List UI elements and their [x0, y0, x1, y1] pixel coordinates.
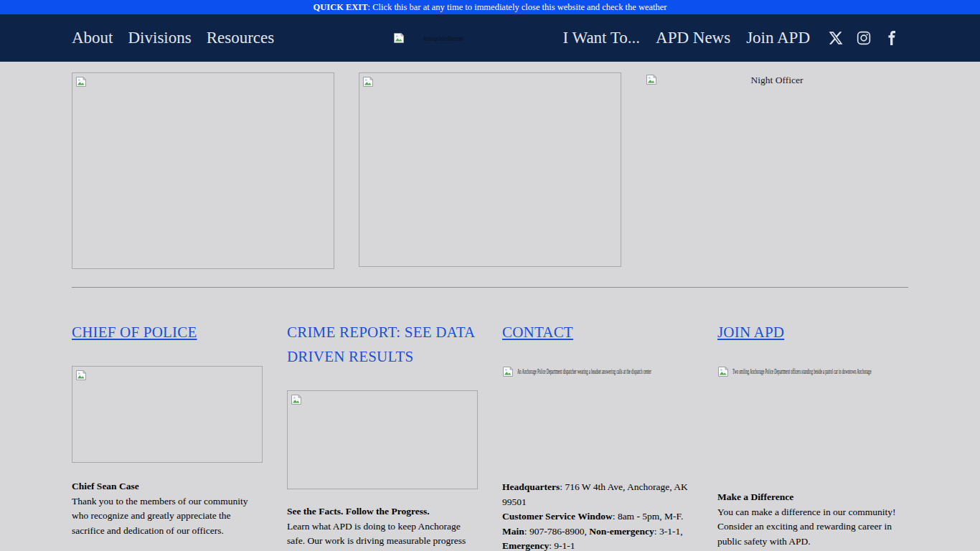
- join-apd-image: Two smiling Anchorage Police Department …: [717, 366, 908, 474]
- contact-headquarters-line: Headquarters: 716 W 4th Ave, Anchorage, …: [502, 480, 693, 509]
- nav-right-links: I Want To... APD News Join APD: [563, 14, 899, 62]
- crime-report-heading: CRIME REPORT: SEE DATA DRIVEN RESULTS: [287, 320, 478, 369]
- contact-image-alt-text: An Anchorage Police Department dispatche…: [517, 367, 651, 375]
- join-apd-lead: Make a Difference: [717, 491, 793, 502]
- section-divider: [72, 287, 908, 288]
- column-contact: CONTACT An Anchorage Police Department d…: [502, 320, 693, 551]
- contact-service-window-line: Customer Service Window: 8am - 5pm, M-F.: [502, 509, 693, 524]
- non-emergency-label: Non-emergency: [589, 526, 654, 537]
- apd-logo-alt-text: Anchorage Police Department: [423, 34, 463, 42]
- contact-phone-line: Main: 907-786-8900, Non-emergency: 3-1-1…: [502, 524, 693, 540]
- join-apd-message: You can make a difference in our communi…: [717, 507, 895, 547]
- instagram-icon[interactable]: [857, 31, 871, 45]
- contact-link[interactable]: CONTACT: [502, 324, 573, 341]
- nav-item-apd-news[interactable]: APD News: [656, 14, 730, 62]
- apd-logo[interactable]: Anchorage Police Department: [393, 29, 519, 47]
- emergency-value: : 9-1-1: [549, 540, 575, 551]
- broken-image-icon: [291, 394, 302, 405]
- chief-text-block: Chief Sean Case Thank you to the members…: [72, 479, 263, 538]
- main-phone-value: : 907-786-8900,: [524, 526, 589, 537]
- broken-image-icon: [362, 76, 374, 88]
- nav-item-i-want-to[interactable]: I Want To...: [563, 14, 641, 62]
- chief-image: [72, 366, 263, 463]
- hero-image-1: [72, 72, 334, 269]
- crime-report-message: Learn what APD is doing to keep Anchorag…: [287, 521, 466, 551]
- broken-image-icon: [75, 369, 87, 381]
- hero-image-3-alt-text: Night Officer: [646, 74, 908, 86]
- chief-message: Thank you to the members of our communit…: [72, 496, 248, 536]
- broken-image-icon: [75, 76, 87, 88]
- crime-report-text-block: See the Facts. Follow the Progress. Lear…: [287, 504, 478, 551]
- crime-report-lead: See the Facts. Follow the Progress.: [287, 506, 430, 517]
- social-links: [829, 31, 899, 45]
- main-phone-label: Main: [502, 526, 524, 537]
- join-apd-heading: JOIN APD: [717, 320, 908, 344]
- column-chief-of-police: CHIEF OF POLICE Chief Sean Case Thank yo…: [72, 320, 263, 551]
- contact-info-block: Headquarters: 716 W 4th Ave, Anchorage, …: [502, 480, 693, 551]
- crime-report-link[interactable]: CRIME REPORT: SEE DATA DRIVEN RESULTS: [287, 324, 474, 365]
- quick-exit-text: : Click this bar at any time to immediat…: [368, 2, 667, 12]
- headquarters-label: Headquarters: [502, 481, 560, 492]
- hero-image-3: Night Officer: [646, 72, 908, 86]
- facebook-icon[interactable]: [885, 31, 899, 45]
- info-columns: CHIEF OF POLICE Chief Sean Case Thank yo…: [72, 320, 908, 551]
- join-apd-text-block: Make a Difference You can make a differe…: [717, 490, 908, 549]
- broken-image-icon: [393, 32, 405, 44]
- service-window-value: : 8am - 5pm, M-F.: [613, 511, 684, 522]
- chief-of-police-link[interactable]: CHIEF OF POLICE: [72, 324, 197, 341]
- hero-image-row: Night Officer: [72, 72, 908, 269]
- contact-heading: CONTACT: [502, 320, 693, 344]
- broken-image-icon: [646, 74, 657, 85]
- main-content: Night Officer CHIEF OF POLICE Chief Sean…: [72, 72, 908, 551]
- x-twitter-icon[interactable]: [829, 31, 843, 45]
- chief-name: Chief Sean Case: [72, 481, 139, 491]
- service-window-label: Customer Service Window: [502, 511, 613, 522]
- column-join-apd: JOIN APD Two smiling Anchorage Police De…: [717, 320, 908, 551]
- emergency-label: Emergency: [502, 540, 549, 551]
- nav-left-links: About Divisions Resources: [72, 14, 274, 62]
- crime-report-image: [287, 390, 478, 489]
- join-apd-link[interactable]: JOIN APD: [717, 324, 784, 341]
- chief-heading: CHIEF OF POLICE: [72, 320, 263, 344]
- nav-item-divisions[interactable]: Divisions: [128, 14, 192, 62]
- contact-image: An Anchorage Police Department dispatche…: [502, 366, 693, 474]
- join-apd-image-alt-text: Two smiling Anchorage Police Department …: [732, 367, 871, 375]
- hero-image-2: [359, 72, 621, 267]
- column-crime-report: CRIME REPORT: SEE DATA DRIVEN RESULTS Se…: [287, 320, 478, 551]
- nav-item-about[interactable]: About: [72, 14, 113, 62]
- nav-item-join-apd[interactable]: Join APD: [746, 14, 810, 62]
- broken-image-icon: [717, 366, 729, 377]
- nav-item-resources[interactable]: Resources: [207, 14, 275, 62]
- quick-exit-bar[interactable]: QUICK EXIT: Click this bar at any time t…: [0, 0, 980, 14]
- main-navigation: About Divisions Resources Anchorage Poli…: [0, 14, 980, 62]
- broken-image-icon: [502, 366, 514, 377]
- quick-exit-label: QUICK EXIT: [314, 2, 368, 12]
- non-emergency-value: : 3-1-1,: [654, 526, 683, 537]
- contact-emergency-line: Emergency: 9-1-1: [502, 539, 693, 551]
